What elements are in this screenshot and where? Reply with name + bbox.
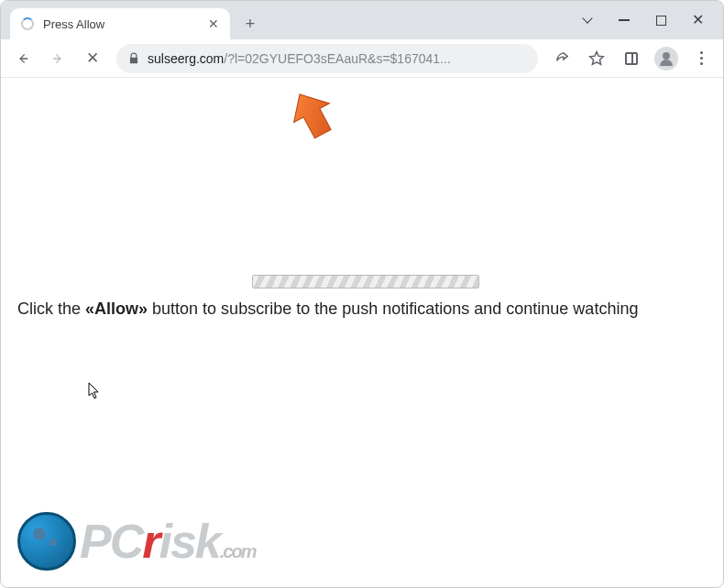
browser-toolbar: ✕ sulseerg.com/?l=02GYUEFO3sEAauR&s=$167… — [1, 39, 723, 78]
minimize-icon — [619, 19, 630, 21]
window-controls: ✕ — [580, 1, 718, 39]
bookmark-button[interactable] — [582, 44, 611, 73]
plus-icon: + — [246, 15, 256, 34]
annotation-arrow-icon — [285, 87, 340, 142]
window-titlebar: Press Allow ✕ + ✕ — [1, 1, 723, 39]
avatar-icon — [654, 47, 678, 71]
stop-button[interactable]: ✕ — [78, 44, 107, 73]
instruction-text: Click the «Allow» button to subscribe to… — [17, 298, 707, 321]
dots-vertical-icon — [700, 51, 703, 65]
watermark-text: PCrisk.com — [80, 514, 255, 569]
tab-close-button[interactable]: ✕ — [206, 16, 221, 31]
watermark: PCrisk.com — [17, 512, 255, 571]
page-content: Click the «Allow» button to subscribe to… — [1, 78, 723, 587]
forward-button[interactable] — [43, 44, 72, 73]
menu-button[interactable] — [686, 44, 716, 73]
arrow-left-icon — [16, 52, 29, 65]
share-icon — [554, 50, 570, 66]
browser-tab[interactable]: Press Allow ✕ — [10, 8, 230, 39]
globe-icon — [17, 512, 76, 571]
side-panel-button[interactable] — [617, 44, 646, 73]
close-icon: ✕ — [208, 16, 219, 31]
close-icon: ✕ — [86, 50, 99, 66]
arrow-right-icon — [51, 52, 64, 65]
star-icon — [588, 50, 605, 67]
close-icon: ✕ — [692, 13, 704, 27]
back-button[interactable] — [8, 44, 38, 73]
url-text: sulseerg.com/?l=02GYUEFO3sEAauR&s=$16704… — [148, 51, 527, 66]
window-close-button[interactable]: ✕ — [690, 13, 705, 27]
maximize-icon — [656, 16, 666, 26]
window-minimize-button[interactable] — [617, 13, 631, 27]
new-tab-button[interactable]: + — [237, 11, 263, 37]
loading-bar-icon — [252, 275, 479, 289]
chevron-down-icon — [582, 13, 592, 23]
lock-icon — [127, 52, 140, 65]
panel-icon — [625, 52, 638, 65]
address-bar[interactable]: sulseerg.com/?l=02GYUEFO3sEAauR&s=$16704… — [116, 44, 538, 73]
cursor-icon — [88, 382, 101, 400]
profile-button[interactable] — [652, 44, 681, 73]
share-button[interactable] — [547, 44, 576, 73]
loading-spinner-icon — [21, 17, 34, 30]
window-dropdown-button[interactable] — [580, 13, 595, 27]
window-maximize-button[interactable] — [653, 13, 668, 27]
tab-title: Press Allow — [43, 17, 206, 31]
